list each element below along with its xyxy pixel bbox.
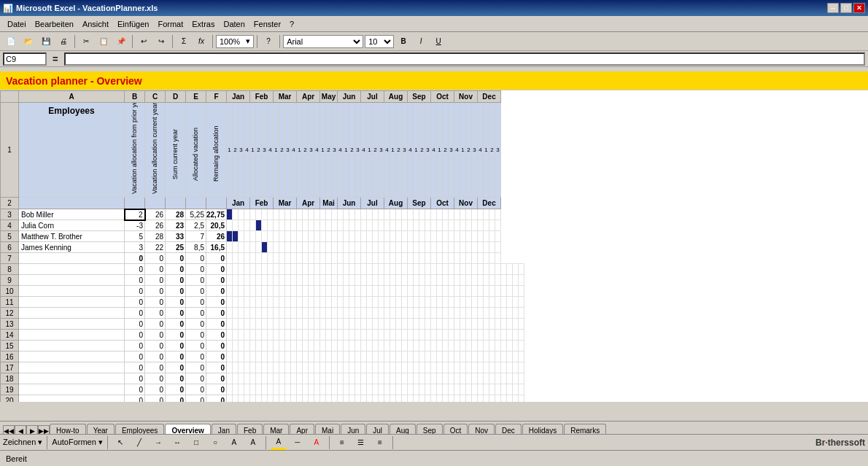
julia-col2[interactable]: 26 — [145, 220, 166, 231]
menu-help[interactable]: ? — [285, 18, 298, 30]
draw-fill-color[interactable]: A — [271, 435, 287, 450]
menu-bearbeiten[interactable]: Bearbeiten — [31, 18, 78, 30]
col-B[interactable]: B — [125, 91, 145, 103]
bob-col2[interactable]: 26 — [145, 209, 166, 220]
col-mar-header[interactable]: Mar — [274, 91, 297, 103]
col-dec-header[interactable]: Dec — [478, 91, 501, 103]
bob-feb-d4[interactable] — [268, 209, 274, 220]
matthew-col2[interactable]: 28 — [145, 231, 166, 242]
underline-button[interactable]: U — [430, 34, 446, 49]
matthew-col5[interactable]: 26 — [206, 231, 227, 242]
col-jul-header[interactable]: Jul — [361, 91, 384, 103]
draw-cursor[interactable]: ↖ — [112, 435, 128, 450]
col-nov-header[interactable]: Nov — [454, 91, 478, 103]
autoformen-label[interactable]: AutoFormen ▾ — [52, 438, 103, 447]
col-F[interactable]: F — [206, 91, 227, 103]
title-bar-controls[interactable]: ─ □ ✕ — [827, 3, 865, 13]
menu-extras[interactable]: Extras — [187, 18, 219, 30]
bob-col4[interactable]: 5,25 — [186, 209, 206, 220]
maximize-button[interactable]: □ — [840, 3, 852, 13]
matthew-name[interactable]: Matthew T. Brother — [19, 231, 125, 242]
bob-jan-d4[interactable] — [244, 209, 250, 220]
draw-label[interactable]: Zeichnen ▾ — [3, 438, 42, 447]
draw-line[interactable]: ╱ — [131, 435, 147, 450]
bob-jan-d2[interactable] — [233, 209, 239, 220]
julia-col4[interactable]: 2,5 — [186, 220, 206, 231]
zoom-value[interactable]: 100% — [217, 37, 243, 46]
save-button[interactable]: 💾 — [38, 34, 54, 49]
cut-button[interactable]: ✂ — [78, 34, 94, 49]
matthew-col1[interactable]: 5 — [125, 231, 145, 242]
col-apr-header[interactable]: Apr — [297, 91, 320, 103]
paste-button[interactable]: 📌 — [113, 34, 129, 49]
col-oct-header[interactable]: Oct — [431, 91, 454, 103]
table-area[interactable]: A B C D E F Jan Feb Mar Apr May Jun Jul — [0, 90, 868, 402]
new-button[interactable]: 📄 — [3, 34, 19, 49]
bob-jan-d1[interactable] — [227, 209, 233, 220]
julia-col3[interactable]: 23 — [166, 220, 186, 231]
bob-jan-d3[interactable] — [239, 209, 244, 220]
col-A[interactable]: A — [19, 91, 125, 103]
redo-button[interactable]: ↪ — [153, 34, 169, 49]
sum-button[interactable]: Σ — [176, 34, 192, 49]
col-D[interactable]: D — [166, 91, 186, 103]
draw-rect[interactable]: □ — [188, 435, 204, 450]
draw-align-left[interactable]: ≡ — [334, 435, 350, 450]
matthew-col3[interactable]: 33 — [166, 231, 186, 242]
james-feb-d3[interactable] — [262, 242, 268, 253]
julia-col1[interactable]: -3 — [125, 220, 145, 231]
menu-datei[interactable]: Datei — [3, 18, 31, 30]
bob-col5[interactable]: 22,75 — [206, 209, 227, 220]
draw-align-right[interactable]: ≡ — [372, 435, 388, 450]
james-col2[interactable]: 22 — [145, 242, 166, 253]
bob-col3[interactable]: 28 — [166, 209, 186, 220]
help-button[interactable]: ? — [260, 34, 276, 49]
james-col3[interactable]: 25 — [166, 242, 186, 253]
draw-wordart[interactable]: A — [245, 435, 261, 450]
bob-col1[interactable]: 2 — [125, 209, 145, 220]
julia-feb-d2[interactable] — [256, 220, 262, 231]
menu-format[interactable]: Format — [153, 18, 187, 30]
col-sep-header[interactable]: Sep — [408, 91, 431, 103]
draw-align-center[interactable]: ☰ — [353, 435, 369, 450]
julia-name[interactable]: Julia Corn — [19, 220, 125, 231]
menu-daten[interactable]: Daten — [219, 18, 249, 30]
italic-button[interactable]: I — [413, 34, 429, 49]
james-col4[interactable]: 8,5 — [186, 242, 206, 253]
col-C[interactable]: C — [145, 91, 166, 103]
matthew-col4[interactable]: 7 — [186, 231, 206, 242]
copy-button[interactable]: 📋 — [96, 34, 112, 49]
cell-reference[interactable] — [3, 53, 47, 66]
julia-col5[interactable]: 20,5 — [206, 220, 227, 231]
draw-line-color[interactable]: ─ — [290, 435, 306, 450]
menu-ansicht[interactable]: Ansicht — [78, 18, 113, 30]
minimize-button[interactable]: ─ — [827, 3, 839, 13]
menu-fenster[interactable]: Fenster — [249, 18, 285, 30]
print-button[interactable]: 🖨 — [55, 34, 71, 49]
col-jan-header[interactable]: Jan — [227, 91, 250, 103]
col-aug-header[interactable]: Aug — [384, 91, 408, 103]
bob-name[interactable]: Bob Miller — [19, 209, 125, 220]
bob-feb-d3[interactable] — [262, 209, 268, 220]
matthew-jan-d1[interactable] — [227, 231, 233, 242]
draw-textbox[interactable]: A — [226, 435, 242, 450]
zoom-arrow[interactable]: ▾ — [243, 36, 253, 46]
bold-button[interactable]: B — [395, 34, 411, 49]
font-select[interactable]: Arial — [283, 35, 363, 48]
draw-dbl-arrow[interactable]: ↔ — [169, 435, 185, 450]
undo-button[interactable]: ↩ — [136, 34, 152, 49]
matthew-jan-d2[interactable] — [233, 231, 239, 242]
james-col1[interactable]: 3 — [125, 242, 145, 253]
bob-feb-d2[interactable] — [256, 209, 262, 220]
bob-feb-d1[interactable] — [250, 209, 256, 220]
fx-button[interactable]: fx — [193, 34, 209, 49]
col-E[interactable]: E — [186, 91, 206, 103]
draw-oval[interactable]: ○ — [207, 435, 223, 450]
open-button[interactable]: 📂 — [20, 34, 36, 49]
col-feb-header[interactable]: Feb — [250, 91, 274, 103]
col-jun-header[interactable]: Jun — [338, 91, 361, 103]
james-col5[interactable]: 16,5 — [206, 242, 227, 253]
james-name[interactable]: James Kenning — [19, 242, 125, 253]
draw-font-color[interactable]: A — [309, 435, 325, 450]
col-may-header[interactable]: May — [320, 91, 338, 103]
